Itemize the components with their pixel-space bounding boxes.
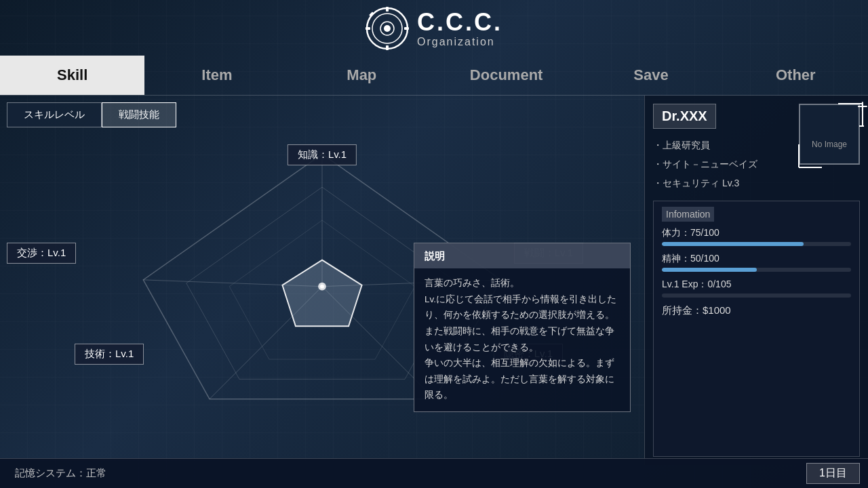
character-image: No Image [799,104,860,165]
skill-label-negotiation[interactable]: 交渉：Lv.1 [7,243,76,264]
tab-save[interactable]: Save [578,56,723,95]
skill-label-technology[interactable]: 技術：Lv.1 [75,344,144,365]
description-title: 説明 [414,243,630,269]
stat-mp: 精神：50/100 [662,253,851,272]
svg-marker-17 [282,260,361,327]
header: C.C.C. Organization [0,0,868,56]
tab-document[interactable]: Document [434,56,578,95]
svg-point-3 [384,25,391,32]
tab-map[interactable]: Map [290,56,434,95]
logo-text: C.C.C. Organization [417,9,502,48]
main-content: スキルレベル 戦闘技能 [0,96,868,465]
svg-rect-5 [386,45,389,50]
tab-item[interactable]: Item [144,56,289,95]
sub-tab-combat-skill[interactable]: 戦闘技能 [102,102,176,127]
image-frame [797,102,864,169]
logo-subtitle: Organization [417,36,495,48]
nav-tabs: Skill Item Map Document Save Other [0,56,868,96]
logo-title: C.C.C. [417,9,502,36]
logo: C.C.C. Organization [366,7,502,50]
stat-mp-bar-fill [662,268,757,272]
svg-point-19 [320,285,324,289]
radar-area: 知識：Lv.1 戦闘：Lv.1 交渉：Lv.1 技術：Lv.1 隠密：Lv.1 … [7,134,637,419]
tab-skill[interactable]: Skill [0,56,144,95]
stat-exp: Lv.1 Exp：0/105 [662,279,851,298]
stat-mp-bar-bg [662,268,851,272]
footer-bar: 記憶システム：正常 1日目 [0,458,868,488]
character-info: Dr.XXX ・上級研究員 ・サイト－ニューベイズ ・セキュリティ Lv.3 [653,104,792,192]
description-box: 説明 言葉の巧みさ、話術。 Lv.に応じて会話で相手から情報を引き出したり、何か… [414,243,631,413]
money-row: 所持金：$1000 [662,304,851,317]
stat-exp-label: Lv.1 Exp：0/105 [662,279,851,291]
sub-tab-skill-level[interactable]: スキルレベル [7,102,102,127]
character-details: ・上級研究員 ・サイト－ニューベイズ ・セキュリティ Lv.3 [653,136,792,192]
description-text: 言葉の巧みさ、話術。 Lv.に応じて会話で相手から情報を引き出したり、何かを依頼… [425,275,620,403]
memory-status: 記憶システム：正常 [15,467,106,480]
svg-rect-4 [386,7,389,12]
day-badge: 1日目 [806,463,860,484]
svg-rect-6 [366,27,370,30]
character-name: Dr.XXX [653,104,716,129]
stat-hp-bar-bg [662,242,851,246]
tab-other[interactable]: Other [724,56,868,95]
character-card: Dr.XXX ・上級研究員 ・サイト－ニューベイズ ・セキュリティ Lv.3 [653,104,860,192]
stat-mp-label: 精神：50/100 [662,253,851,265]
stat-exp-bar-bg [662,293,851,298]
skill-label-knowledge[interactable]: 知識：Lv.1 [288,144,357,165]
stat-hp: 体力：75/100 [662,227,851,246]
sub-tabs: スキルレベル 戦闘技能 [7,102,637,127]
skill-panel: スキルレベル 戦闘技能 [0,96,644,465]
info-section: Infomation 体力：75/100 精神：50/100 Lv.1 Exp：… [653,201,860,457]
stat-hp-label: 体力：75/100 [662,227,851,239]
info-title: Infomation [662,207,714,222]
right-panel: Dr.XXX ・上級研究員 ・サイト－ニューベイズ ・セキュリティ Lv.3 [644,96,868,465]
logo-icon [366,7,409,50]
stat-hp-bar-fill [662,242,804,246]
svg-rect-7 [404,27,409,30]
